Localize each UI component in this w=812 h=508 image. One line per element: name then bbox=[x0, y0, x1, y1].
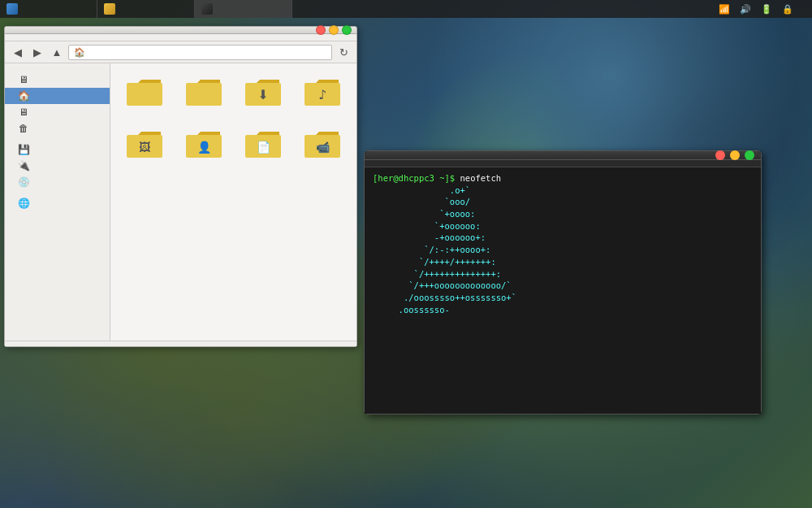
term-maximize-button[interactable] bbox=[745, 150, 754, 160]
fm-window-controls bbox=[316, 25, 352, 35]
browser-icon bbox=[6, 3, 18, 15]
fm-forward-button[interactable]: ▶ bbox=[29, 44, 45, 60]
svg-rect-0 bbox=[127, 83, 162, 106]
fm-address-bar[interactable]: 🏠 bbox=[68, 45, 332, 60]
svg-text:📄: 📄 bbox=[256, 141, 270, 154]
documents-folder-icon bbox=[184, 76, 223, 109]
usb-icon: 🔌 bbox=[18, 160, 29, 172]
fm-body: 🖥 🏠 🖥 🗑 💾 bbox=[5, 63, 356, 341]
term-menu-edit[interactable] bbox=[379, 162, 389, 165]
taskbar-tab-browser[interactable] bbox=[0, 0, 97, 18]
svg-text:📹: 📹 bbox=[315, 141, 330, 154]
term-close-button[interactable] bbox=[715, 150, 725, 160]
sidebar-item-browsenetwork[interactable]: 🌐 bbox=[5, 195, 110, 211]
taskbar: 📶 🔊 🔋 🔒 bbox=[0, 0, 812, 18]
videos-folder-icon: 📹 bbox=[303, 128, 342, 161]
trash-sidebar-icon: 🗑 bbox=[18, 123, 29, 134]
music-folder-icon: ♪ bbox=[303, 76, 342, 109]
fm-maximize-button[interactable] bbox=[342, 25, 352, 35]
fm-reload-button[interactable]: ↻ bbox=[335, 44, 352, 60]
home-folder-icon: 🏠 bbox=[18, 90, 29, 102]
sidebar-item-filesystem[interactable]: 💾 bbox=[5, 141, 110, 158]
network-icon: 🌐 bbox=[18, 198, 29, 209]
fm-close-button[interactable] bbox=[316, 25, 326, 35]
folder-desktop[interactable] bbox=[119, 72, 171, 117]
fm-menu-edit[interactable] bbox=[19, 36, 29, 39]
fm-menu-go[interactable] bbox=[42, 36, 52, 39]
volume-icon: 🔊 bbox=[737, 4, 754, 15]
folder-downloads[interactable]: ⬇ bbox=[237, 72, 290, 117]
term-menu-terminal[interactable] bbox=[402, 162, 412, 165]
file-manager-window: ◀ ▶ ▲ 🏠 ↻ 🖥 🏠 🖥 bbox=[4, 26, 357, 347]
term-menu-view[interactable] bbox=[391, 162, 400, 165]
public-folder-icon: 👤 bbox=[184, 128, 223, 161]
folder-documents[interactable] bbox=[178, 72, 231, 117]
taskbar-tab-files[interactable] bbox=[97, 0, 195, 18]
fm-up-button[interactable]: ▲ bbox=[49, 44, 65, 60]
sidebar-item-trash[interactable]: 🗑 bbox=[5, 120, 110, 137]
fm-menubar bbox=[5, 34, 356, 41]
home-icon: 🏠 bbox=[74, 47, 85, 58]
term-minimize-button[interactable] bbox=[730, 150, 740, 160]
fm-titlebar bbox=[5, 27, 356, 34]
network-tray-icon: 📶 bbox=[716, 4, 732, 15]
fm-sidebar: 🖥 🏠 🖥 🗑 💾 bbox=[5, 63, 110, 341]
downloads-folder-icon: ⬇ bbox=[244, 76, 283, 109]
sidebar-item-desktop[interactable]: 🖥 bbox=[5, 104, 110, 120]
fm-toolbar: ◀ ▶ ▲ 🏠 ↻ bbox=[5, 41, 356, 63]
fm-menu-file[interactable] bbox=[8, 36, 18, 39]
term-menu-help[interactable] bbox=[425, 162, 434, 165]
files-icon bbox=[104, 3, 115, 15]
desktop-icon: 🖥 bbox=[18, 106, 29, 118]
svg-text:👤: 👤 bbox=[197, 141, 212, 154]
fm-back-button[interactable]: ◀ bbox=[10, 44, 26, 60]
fm-minimize-button[interactable] bbox=[329, 25, 339, 35]
lock-icon: 🔒 bbox=[780, 4, 796, 15]
term-titlebar bbox=[365, 151, 761, 160]
computer-icon: 🖥 bbox=[18, 74, 29, 85]
term-menubar bbox=[365, 160, 761, 167]
svg-text:🖼: 🖼 bbox=[139, 141, 150, 154]
term-ascii-art: [her@dhcppc3 ~]$ neofetch .o+` `ooo/ `+o… bbox=[373, 172, 753, 409]
folder-public[interactable]: 👤 bbox=[178, 124, 231, 169]
pictures-folder-icon: 🖼 bbox=[125, 128, 164, 161]
terminal-tab-icon bbox=[201, 3, 213, 15]
volume-drive-icon: 💿 bbox=[18, 176, 29, 188]
folder-pictures[interactable]: 🖼 bbox=[119, 124, 171, 169]
svg-text:♪: ♪ bbox=[318, 87, 326, 102]
sidebar-item-volume[interactable]: 💿 bbox=[5, 174, 110, 190]
term-controls bbox=[715, 150, 754, 160]
desktop: 📶 🔊 🔋 🔒 ◀ ▶ ▲ � bbox=[0, 0, 812, 508]
term-menu-tabs[interactable] bbox=[413, 162, 423, 165]
desktop-folder-icon bbox=[125, 76, 164, 109]
terminal-window: [her@dhcppc3 ~]$ neofetch .o+` `ooo/ `+o… bbox=[364, 150, 762, 415]
templates-folder-icon: 📄 bbox=[244, 128, 283, 161]
term-content: [her@dhcppc3 ~]$ neofetch .o+` `ooo/ `+o… bbox=[365, 167, 761, 414]
taskbar-right: 📶 🔊 🔋 🔒 bbox=[700, 4, 812, 15]
svg-text:⬇: ⬇ bbox=[257, 87, 268, 102]
battery-icon: 🔋 bbox=[758, 4, 775, 15]
fm-main: ⬇ ♪ bbox=[110, 63, 356, 341]
taskbar-tab-terminal[interactable] bbox=[195, 0, 292, 18]
fm-menu-help[interactable] bbox=[54, 36, 63, 39]
sidebar-item-linuxmint[interactable]: 🔌 bbox=[5, 158, 110, 174]
fm-icons: ⬇ ♪ bbox=[119, 72, 348, 169]
taskbar-tabs bbox=[0, 0, 700, 18]
filesystem-icon: 💾 bbox=[18, 144, 29, 155]
folder-templates[interactable]: 📄 bbox=[237, 124, 290, 169]
svg-rect-1 bbox=[186, 83, 222, 106]
sidebar-item-her[interactable]: 🏠 bbox=[5, 88, 110, 104]
fm-menu-view[interactable] bbox=[31, 36, 41, 39]
folder-music[interactable]: ♪ bbox=[296, 72, 348, 117]
sidebar-item-computer[interactable]: 🖥 bbox=[5, 72, 110, 88]
term-menu-file[interactable] bbox=[368, 162, 378, 165]
folder-videos[interactable]: 📹 bbox=[296, 124, 348, 169]
fm-statusbar bbox=[5, 341, 356, 346]
